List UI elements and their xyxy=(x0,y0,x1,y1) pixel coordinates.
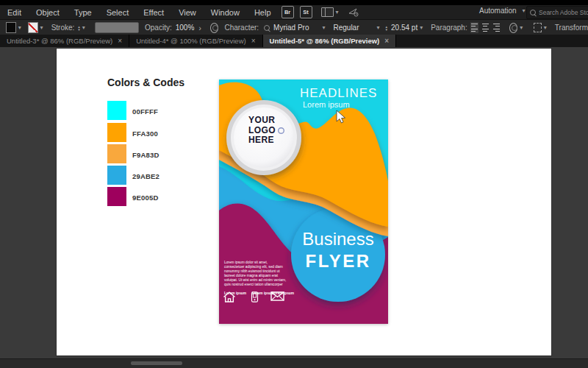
automation-dropdown[interactable]: Automation ▾ xyxy=(479,7,528,15)
close-icon[interactable]: × xyxy=(251,37,256,45)
tab-label: Untitled-3* @ 86% (RGB/Preview) xyxy=(7,37,112,45)
character-label[interactable]: Character: xyxy=(224,24,259,32)
contact-mail: Lorem ipsum xyxy=(270,291,295,295)
menu-type[interactable]: Type xyxy=(67,8,99,17)
chevron-down-icon[interactable]: ▾ xyxy=(18,24,21,31)
close-icon[interactable]: × xyxy=(118,37,122,45)
contact-home: Lorem ipsum xyxy=(223,291,248,295)
adobe-stock-search[interactable]: Search Adobe Stock xyxy=(526,6,588,19)
chevron-down-icon: ▾ xyxy=(523,7,526,14)
title-bar xyxy=(0,0,588,5)
close-icon[interactable]: × xyxy=(384,37,389,45)
color-code-label: 29ABE2 xyxy=(132,172,159,180)
chevron-down-icon[interactable]: ▾ xyxy=(40,24,43,31)
graphic-styles-icon[interactable] xyxy=(509,23,517,33)
color-swatch-9E005D xyxy=(107,187,126,206)
align-center-button[interactable] xyxy=(481,22,490,33)
color-code-label: 00FFFF xyxy=(132,107,158,116)
color-swatch-29ABE2 xyxy=(107,166,126,185)
tab-untitled-5[interactable]: Untitled-5* @ 86% (RGB/Preview) × xyxy=(263,35,397,47)
color-swatch-00FFFF xyxy=(107,101,126,120)
color-code-label: 9E005D xyxy=(132,194,159,202)
menu-help[interactable]: Help xyxy=(247,8,279,17)
tab-label: Untitled-4* @ 100% (RGB/Preview) xyxy=(136,37,246,45)
control-bar: ▾ ▾ Stroke: ▴▾ ▾ Opacity: 100% › Charact… xyxy=(0,19,588,36)
transform-link[interactable]: Transform xyxy=(555,24,588,32)
flyer-body-text: Lorem ipsum dolor sit amet, consectetuer… xyxy=(224,261,288,286)
menu-select[interactable]: Select xyxy=(99,8,137,17)
horizontal-scrollbar-thumb[interactable] xyxy=(131,361,182,365)
automation-label: Automation xyxy=(479,7,517,15)
tab-label: Untitled-5* @ 86% (RGB/Preview) xyxy=(270,37,380,45)
opacity-value[interactable]: 100% xyxy=(176,24,195,32)
menu-effect[interactable]: Effect xyxy=(136,8,171,17)
flyer-subheadline: Lorem ipsum xyxy=(303,100,350,109)
search-icon xyxy=(530,10,536,15)
menu-edit[interactable]: Edit xyxy=(0,8,29,17)
flyer-title-flyer: FLYER xyxy=(291,251,385,272)
color-code-label: FFA300 xyxy=(132,130,158,138)
font-size-stepper[interactable]: ▴▾ xyxy=(386,25,388,31)
menu-window[interactable]: Window xyxy=(204,8,247,17)
opacity-label[interactable]: Opacity: xyxy=(145,24,172,32)
align-left-button[interactable] xyxy=(470,22,478,33)
stroke-weight-stepper[interactable]: ▴▾ xyxy=(78,25,80,31)
phone-icon xyxy=(251,291,259,302)
align-right-button[interactable] xyxy=(492,22,501,33)
menu-view[interactable]: View xyxy=(171,8,204,17)
chevron-down-icon[interactable]: ▾ xyxy=(420,24,423,31)
home-icon xyxy=(223,291,236,302)
tab-untitled-3[interactable]: Untitled-3* @ 86% (RGB/Preview) × xyxy=(0,35,129,47)
tab-untitled-4[interactable]: Untitled-4* @ 100% (RGB/Preview) × xyxy=(129,35,262,47)
flyer-logo-text: YOUR LOGO HERE xyxy=(248,116,276,146)
stock-icon[interactable]: St xyxy=(300,6,312,18)
share-icon[interactable] xyxy=(348,8,359,17)
fill-color-swatch[interactable] xyxy=(6,22,16,33)
flyer-headline: HEADLINES xyxy=(300,86,388,101)
flyer-artwork: HEADLINES Lorem ipsum YOUR LOGO HERE Bus… xyxy=(219,79,388,324)
chevron-right-icon[interactable]: › xyxy=(198,24,201,32)
color-swatch-F9A83D xyxy=(107,144,126,163)
font-search-icon[interactable] xyxy=(264,25,270,31)
menu-object[interactable]: Object xyxy=(29,8,67,17)
chevron-down-icon[interactable]: ▾ xyxy=(82,24,85,31)
flyer-waves-graphic xyxy=(219,79,388,324)
chevron-down-icon[interactable]: ▾ xyxy=(336,9,339,15)
stroke-label[interactable]: Stroke: xyxy=(51,24,75,32)
palette-title: Colors & Codes xyxy=(107,77,184,88)
bounding-box-icon[interactable] xyxy=(534,23,542,32)
flyer-title-business: Business xyxy=(291,229,385,250)
search-placeholder: Search Adobe Stock xyxy=(539,9,588,16)
style-icon[interactable] xyxy=(210,23,218,33)
font-name-field[interactable]: Myriad Pro xyxy=(273,24,309,32)
color-code-label: F9A83D xyxy=(132,151,159,159)
variable-width-profile-field[interactable] xyxy=(95,22,139,33)
chevron-down-icon[interactable]: ▾ xyxy=(520,24,523,31)
font-style-field[interactable]: Regular xyxy=(333,24,359,32)
paragraph-label[interactable]: Paragraph: xyxy=(431,24,467,32)
mail-icon xyxy=(270,291,284,301)
illustrator-window: Edit Object Type Select Effect View Wind… xyxy=(0,0,588,368)
chevron-down-icon[interactable]: ▾ xyxy=(544,24,547,31)
status-bar xyxy=(0,358,588,368)
document-tab-bar: Untitled-3* @ 86% (RGB/Preview) × Untitl… xyxy=(0,35,588,47)
workspace-switcher-icon[interactable] xyxy=(321,7,334,17)
font-size-value[interactable]: 20.54 pt xyxy=(391,24,417,32)
chevron-down-icon[interactable]: ▾ xyxy=(322,24,325,31)
color-swatch-FFA300 xyxy=(107,123,126,142)
chevron-down-icon[interactable]: ▾ xyxy=(377,24,380,31)
stroke-color-swatch[interactable] xyxy=(28,22,38,33)
bridge-icon[interactable]: Br xyxy=(282,6,294,18)
